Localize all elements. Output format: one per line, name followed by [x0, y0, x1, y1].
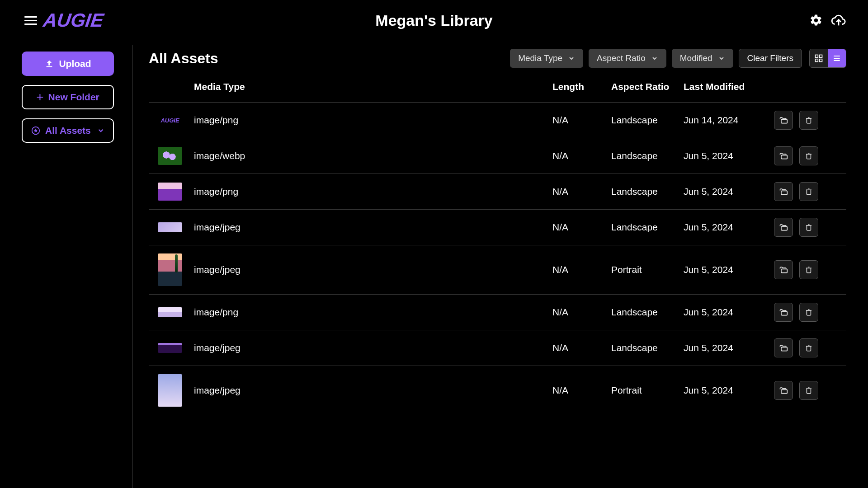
trash-icon	[805, 386, 813, 395]
folders-icon	[779, 116, 788, 125]
all-assets-label: All Assets	[45, 125, 91, 136]
filter-controls: Media Type Aspect Ratio Modified Clear F…	[510, 49, 846, 68]
asset-thumbnail: AUGIE	[158, 111, 182, 129]
table-row[interactable]: image/jpegN/ALandscapeJun 5, 2024	[149, 330, 846, 366]
svg-rect-2	[820, 55, 822, 58]
all-assets-dropdown[interactable]: All Assets	[22, 118, 114, 143]
trash-icon	[805, 187, 813, 196]
cell-length: N/A	[552, 343, 611, 353]
asset-thumbnail	[158, 343, 182, 353]
col-last-modified: Last Modified	[684, 81, 774, 92]
chevron-down-icon	[568, 55, 575, 62]
clear-filters-button[interactable]: Clear Filters	[739, 49, 802, 68]
cell-media-type: image/png	[194, 307, 552, 318]
cell-last-modified: Jun 5, 2024	[684, 307, 774, 318]
delete-button[interactable]	[799, 338, 818, 357]
table-row[interactable]: image/jpegN/APortraitJun 5, 2024	[149, 245, 846, 294]
svg-rect-12	[781, 269, 787, 272]
svg-rect-10	[781, 191, 787, 194]
delete-button[interactable]	[799, 111, 818, 130]
view-list-button[interactable]	[828, 49, 846, 67]
trash-icon	[805, 308, 813, 317]
chevron-down-icon	[718, 55, 725, 62]
row-actions	[774, 182, 846, 201]
folders-icon	[779, 343, 788, 352]
settings-button[interactable]	[809, 14, 823, 27]
cell-aspect-ratio: Landscape	[611, 343, 684, 353]
row-actions	[774, 381, 846, 400]
delete-button[interactable]	[799, 182, 818, 201]
table-row[interactable]: image/jpegN/ALandscapeJun 5, 2024	[149, 209, 846, 245]
new-folder-button[interactable]: + New Folder	[22, 85, 114, 109]
cell-length: N/A	[552, 385, 611, 396]
delete-button[interactable]	[799, 381, 818, 400]
row-actions	[774, 260, 846, 279]
filter-modified[interactable]: Modified	[672, 49, 733, 68]
cell-media-type: image/jpeg	[194, 222, 552, 233]
move-to-folder-button[interactable]	[774, 182, 793, 201]
view-toggle	[809, 49, 846, 68]
trash-icon	[805, 223, 813, 232]
svg-rect-13	[781, 311, 787, 315]
move-to-folder-button[interactable]	[774, 303, 793, 322]
svg-rect-14	[781, 347, 787, 351]
app-logo-text: AUGIE	[42, 9, 105, 31]
folders-icon	[779, 386, 788, 395]
app-header: AUGIE Megan's Library	[0, 0, 868, 41]
cell-length: N/A	[552, 307, 611, 318]
cell-last-modified: Jun 5, 2024	[684, 264, 774, 275]
table-row[interactable]: AUGIEimage/pngN/ALandscapeJun 14, 2024	[149, 102, 846, 138]
content-top-bar: All Assets Media Type Aspect Ratio Modif…	[149, 49, 846, 68]
cell-media-type: image/png	[194, 115, 552, 126]
upload-button[interactable]: Upload	[22, 52, 114, 76]
cell-length: N/A	[552, 264, 611, 275]
svg-rect-3	[816, 59, 818, 62]
move-to-folder-button[interactable]	[774, 338, 793, 357]
svg-rect-4	[820, 59, 822, 62]
app-layout: Upload + New Folder All Assets All Asset…	[0, 41, 868, 488]
move-to-folder-button[interactable]	[774, 218, 793, 237]
svg-rect-1	[816, 55, 818, 58]
table-row[interactable]: image/pngN/ALandscapeJun 5, 2024	[149, 174, 846, 209]
chevron-down-icon	[651, 55, 658, 62]
cell-aspect-ratio: Landscape	[611, 186, 684, 197]
move-to-folder-button[interactable]	[774, 260, 793, 279]
svg-rect-11	[781, 226, 787, 230]
header-actions	[809, 14, 846, 27]
move-to-folder-button[interactable]	[774, 146, 793, 165]
delete-button[interactable]	[799, 303, 818, 322]
grid-icon	[814, 54, 823, 63]
cell-aspect-ratio: Landscape	[611, 222, 684, 233]
cell-aspect-ratio: Landscape	[611, 115, 684, 126]
cell-last-modified: Jun 5, 2024	[684, 222, 774, 233]
list-icon	[832, 54, 841, 63]
cloud-upload-button[interactable]	[831, 14, 846, 27]
page-title: Megan's Library	[375, 12, 492, 29]
delete-button[interactable]	[799, 146, 818, 165]
move-to-folder-button[interactable]	[774, 381, 793, 400]
trash-icon	[805, 151, 813, 160]
cloud-upload-icon	[831, 14, 846, 27]
view-grid-button[interactable]	[810, 49, 828, 67]
hamburger-menu-button[interactable]	[21, 10, 41, 30]
filter-media-type[interactable]: Media Type	[510, 49, 583, 68]
delete-button[interactable]	[799, 260, 818, 279]
filter-aspect-ratio[interactable]: Aspect Ratio	[589, 49, 666, 68]
upload-button-label: Upload	[59, 58, 91, 69]
asset-thumbnail	[158, 147, 182, 165]
cell-aspect-ratio: Landscape	[611, 307, 684, 318]
cell-last-modified: Jun 5, 2024	[684, 150, 774, 161]
svg-rect-9	[781, 155, 787, 159]
table-row[interactable]: image/pngN/ALandscapeJun 5, 2024	[149, 294, 846, 330]
table-row[interactable]: image/jpegN/APortraitJun 5, 2024	[149, 366, 846, 415]
row-actions	[774, 146, 846, 165]
col-length: Length	[552, 81, 611, 92]
trash-icon	[805, 116, 813, 125]
delete-button[interactable]	[799, 218, 818, 237]
move-to-folder-button[interactable]	[774, 111, 793, 130]
asset-thumbnail	[158, 183, 182, 201]
col-aspect-ratio: Aspect Ratio	[611, 81, 684, 92]
filter-media-type-label: Media Type	[518, 53, 562, 63]
trash-icon	[805, 343, 813, 352]
table-row[interactable]: image/webpN/ALandscapeJun 5, 2024	[149, 138, 846, 174]
